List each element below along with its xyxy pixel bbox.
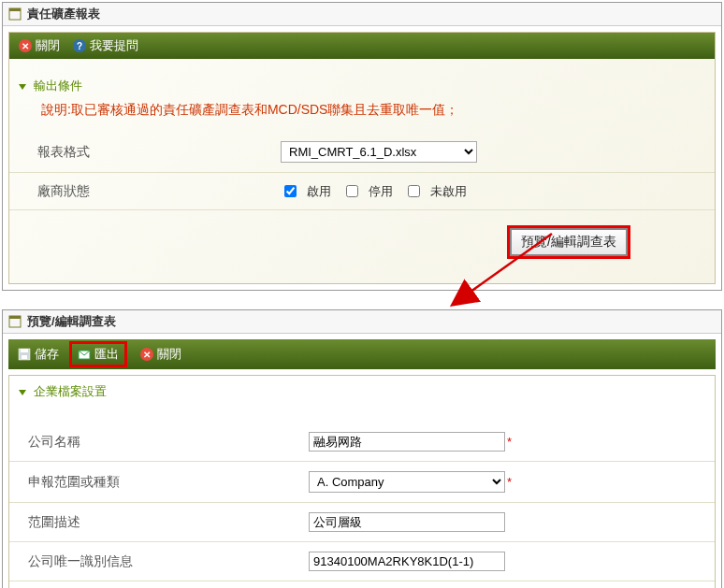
panel2-toolbar: 儲存 匯出 ✕ 關閉 [8,339,716,369]
checkbox-enable-label: 啟用 [307,183,331,200]
instruction-text: 說明:取已審核通過的責任礦產調查表和MCD/SDS聯集且去重取唯一值； [9,98,715,132]
row-auth-id: 公司唯一授權識別信息 [9,581,715,588]
checkbox-not-enable[interactable] [408,185,420,197]
save-action[interactable]: 儲存 [18,346,59,363]
checkbox-not-enable-label: 未啟用 [430,183,467,200]
scope-desc-input[interactable] [309,512,505,532]
triangle-down-icon [19,390,26,395]
row-status: 廠商狀態 啟用 停用 未啟用 [9,173,715,210]
row-format: 報表格式 RMI_CMRT_6.1_D.xlsx [9,132,715,173]
row-scope-type: 申報范圍或種類 A. Company * [9,462,715,503]
required-mark: * [507,475,512,489]
company-name-label: 公司名稱 [28,434,309,451]
export-button-highlight: 匯出 [69,341,127,367]
scope-type-select[interactable]: A. Company [309,471,505,493]
row-scope-desc: 范圍描述 [9,503,715,542]
panel-preview: 預覽/編輯調查表 儲存 匯出 ✕ 關閉 [2,309,722,588]
panel-preview-header: 預覽/編輯調查表 [3,310,721,334]
checkbox-disable-label: 停用 [369,183,393,200]
group-enterprise-title: 企業檔案設置 [34,384,107,398]
format-label: 報表格式 [37,144,281,161]
save-label: 儲存 [35,346,59,363]
triangle-down-icon [19,84,26,90]
help-icon: ? [73,39,86,52]
preview-edit-button[interactable]: 預覽/編輯調查表 [510,228,628,256]
row-company-name: 公司名稱 * [9,423,715,462]
window-icon [8,315,22,328]
ask-action[interactable]: ? 我要提問 [73,37,138,54]
export-icon [78,348,91,361]
close-label: 關閉 [36,37,60,54]
group-output-conditions: 輸出條件 [9,70,715,98]
preview-button-row: 預覽/編輯調查表 [9,210,715,266]
company-id-label: 公司唯一識別信息 [28,553,309,570]
checkbox-enable[interactable] [284,185,297,197]
company-name-input[interactable] [309,432,505,452]
ask-label: 我要提問 [90,37,138,54]
group-enterprise: 企業檔案設置 [9,376,715,404]
export-action[interactable]: 匯出 [75,344,122,365]
panel-report-header: 責任礦產報表 [3,3,721,26]
panel-report-title: 責任礦產報表 [27,6,100,22]
svg-rect-4 [9,316,21,319]
panel1-toolbar: ✕ 關閉 ? 我要提問 [9,33,715,59]
panel2-body: 企業檔案設置 公司名稱 * 申報范圍或種類 A. Company * 范圍描述 [8,375,716,588]
save-icon [18,348,31,361]
group-output-title: 輸出條件 [34,79,82,93]
panel-preview-title: 預覽/編輯調查表 [27,313,116,330]
scope-desc-label: 范圍描述 [28,514,309,531]
close-action[interactable]: ✕ 關閉 [19,37,60,54]
status-label: 廠商狀態 [37,183,281,200]
format-select[interactable]: RMI_CMRT_6.1_D.xlsx [281,141,477,163]
window-icon [8,7,22,21]
svg-rect-7 [22,355,27,359]
preview-button-highlight: 預覽/編輯調查表 [507,225,630,259]
row-company-id: 公司唯一識別信息 [9,542,715,581]
close-action-2[interactable]: ✕ 關閉 [140,346,181,363]
close-label-2: 關閉 [157,346,181,363]
export-label: 匯出 [94,346,119,363]
required-mark: * [507,435,512,449]
svg-rect-1 [9,8,21,11]
close-icon: ✕ [19,39,32,52]
company-id-input[interactable] [309,552,505,571]
close-icon: ✕ [140,348,153,361]
svg-rect-6 [21,349,28,352]
panel-report: 責任礦產報表 ✕ 關閉 ? 我要提問 輸出條件 說明:取已審核通過的責任礦產調查… [2,2,722,291]
checkbox-disable[interactable] [346,185,358,197]
scope-type-label: 申報范圍或種類 [28,474,309,491]
